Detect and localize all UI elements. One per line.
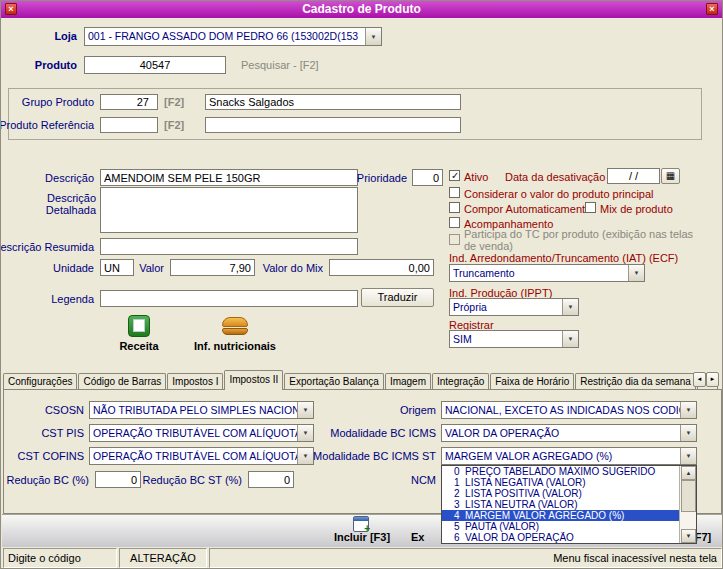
tab-codigo-de-barras[interactable]: Código de Barras	[78, 373, 166, 389]
scroll-up-icon[interactable]: ▲	[681, 466, 696, 480]
status-message: Digite o código	[3, 548, 117, 568]
tab-impostos-1[interactable]: Impostos I	[167, 373, 223, 389]
reducao-bc-st-input[interactable]	[248, 471, 294, 488]
dropdown-option-selected[interactable]: 4 MARGEM VALOR AGREGADO (%)	[442, 510, 681, 521]
tab-imagem[interactable]: Imagem	[385, 373, 431, 389]
scroll-down-icon[interactable]: ▼	[681, 529, 696, 543]
ippt-select[interactable]: Própria ▼	[449, 298, 579, 316]
descricao-resumida-input[interactable]	[100, 238, 358, 255]
registrar-value: SIM	[450, 331, 562, 347]
registrar-select[interactable]: SIM ▼	[449, 330, 579, 348]
calendar-icon: ▦	[666, 170, 675, 181]
chevron-down-icon[interactable]: ▼	[562, 331, 578, 347]
incluir-icon[interactable]: +	[353, 516, 369, 532]
cst-cofins-select[interactable]: OPERAÇÃO TRIBUTÁVEL COM ALÍQUOTA BÁSICA …	[89, 447, 314, 465]
legenda-input[interactable]	[100, 290, 358, 307]
produto-referencia-name-input[interactable]	[205, 117, 461, 133]
descricao-label: Descrição	[45, 172, 94, 184]
chevron-down-icon[interactable]: ▼	[297, 448, 313, 464]
dropdown-option[interactable]: 1 LISTA NEGATIVA (VALOR)	[442, 477, 681, 488]
traduzir-button[interactable]: Traduzir	[361, 288, 434, 307]
chevron-down-icon[interactable]: ▼	[297, 425, 313, 441]
dropdown-option[interactable]: 2 LISTA POSITIVA (VALOR)	[442, 488, 681, 499]
compor-checkbox[interactable]	[449, 202, 460, 213]
tab-scroll-buttons: ◄ ►	[693, 372, 719, 387]
grupo-produto-name-input[interactable]	[205, 94, 461, 110]
close-icon[interactable]: ×	[5, 3, 17, 15]
tab-faixa-de-horario[interactable]: Faixa de Horário	[490, 373, 574, 389]
valor-input[interactable]	[170, 259, 255, 276]
dropdown-option[interactable]: 3 LISTA NEUTRA (VALOR)	[442, 499, 681, 510]
produto-referencia-code-input[interactable]	[100, 117, 158, 133]
chevron-down-icon[interactable]: ▼	[680, 402, 696, 418]
receita-icon[interactable]	[128, 315, 150, 337]
tab-exportacao-balanca[interactable]: Exportação Balança	[284, 373, 384, 389]
loja-select[interactable]: 001 - FRANGO ASSADO DOM PEDRO 66 (153002…	[84, 27, 382, 46]
prioridade-input[interactable]	[412, 169, 443, 186]
grupo-produto-code-input[interactable]	[100, 94, 158, 110]
reducao-bc-st-label: Redução BC ST (%)	[143, 474, 242, 486]
csosn-select[interactable]: NÃO TRIBUTADA PELO SIMPLES NACIONAL ▼	[89, 401, 314, 419]
chevron-down-icon[interactable]: ▼	[562, 299, 578, 315]
chevron-down-icon[interactable]: ▼	[628, 265, 644, 281]
cst-cofins-value: OPERAÇÃO TRIBUTÁVEL COM ALÍQUOTA BÁSICA	[90, 448, 297, 464]
valor-mix-label: Valor do Mix	[263, 262, 323, 274]
iat-select[interactable]: Truncamento ▼	[449, 264, 645, 282]
tab-restricao-dia-da-semana[interactable]: Restrição dia da semana	[575, 373, 696, 389]
prioridade-label: Prioridade	[357, 172, 407, 184]
chevron-down-icon[interactable]: ▼	[297, 402, 313, 418]
pesquisar-hint: Pesquisar - [F2]	[241, 59, 319, 71]
mix-produto-label: Mix de produto	[600, 203, 673, 215]
receita-label: Receita	[113, 340, 165, 352]
excluir-button-partial[interactable]: Ex	[411, 531, 424, 543]
produto-input[interactable]	[84, 56, 226, 74]
cst-pis-label: CST PIS	[41, 427, 84, 439]
data-desativacao-input[interactable]	[607, 168, 660, 184]
reducao-bc-input[interactable]	[95, 471, 141, 488]
inf-nutricionais-icon[interactable]	[222, 317, 248, 336]
origem-select[interactable]: NACIONAL, EXCETO AS INDICADAS NOS CODIGO…	[441, 401, 697, 419]
scrollbar-thumb[interactable]	[681, 480, 696, 512]
calendar-button[interactable]: ▦	[661, 168, 680, 184]
close-button[interactable]: ×	[706, 3, 718, 15]
unidade-input[interactable]	[100, 259, 134, 276]
valor-mix-input[interactable]	[329, 259, 434, 276]
participa-tc-label: Participa do TC por produto (exibição na…	[464, 228, 707, 252]
chevron-down-icon[interactable]: ▼	[680, 425, 696, 441]
tab-configuracoes[interactable]: Configurações	[3, 373, 77, 389]
acompanhamento-checkbox[interactable]	[449, 217, 460, 228]
incluir-icon-titlebar	[354, 517, 368, 521]
chevron-down-icon[interactable]: ▼	[365, 28, 381, 45]
inf-icon-bottom	[222, 328, 248, 335]
csosn-label: CSOSN	[45, 404, 84, 416]
unidade-label: Unidade	[53, 262, 94, 274]
dropdown-option[interactable]: 5 PAUTA (VALOR)	[442, 521, 681, 532]
origem-value: NACIONAL, EXCETO AS INDICADAS NOS CODIGO…	[442, 402, 680, 418]
dropdown-option[interactable]: 6 VALOR DA OPERAÇÃO	[442, 532, 681, 543]
incluir-button[interactable]: Incluir [F3]	[331, 531, 393, 543]
modalidade-bc-icms-select[interactable]: VALOR DA OPERAÇÃO ▼	[441, 424, 697, 442]
tab-scroll-left-button[interactable]: ◄	[693, 372, 706, 387]
considerar-checkbox[interactable]	[449, 187, 460, 198]
tab-impostos-2[interactable]: Impostos II	[224, 370, 283, 390]
iat-value: Truncamento	[450, 265, 628, 281]
referencia-f2-tag: [F2]	[164, 119, 184, 131]
tab-integracao[interactable]: Integração	[432, 373, 489, 389]
mix-produto-checkbox[interactable]	[585, 202, 596, 213]
modalidade-bc-icms-st-select[interactable]: MARGEM VALOR AGREGADO (%) ▼	[441, 447, 697, 465]
descricao-input[interactable]	[100, 169, 358, 186]
reducao-bc-label: Redução BC (%)	[6, 474, 89, 486]
chevron-down-icon[interactable]: ▼	[680, 448, 696, 464]
cst-pis-select[interactable]: OPERAÇÃO TRIBUTÁVEL COM ALÍQUOTA BÁSICA …	[89, 424, 314, 442]
dropdown-scrollbar[interactable]: ▲ ▼	[679, 466, 696, 543]
ativo-label: Ativo	[464, 171, 488, 183]
tab-scroll-right-button[interactable]: ►	[706, 372, 719, 387]
status-fiscal-message: Menu fiscal inacessível nesta tela	[209, 548, 722, 568]
ativo-checkbox[interactable]: ✓	[449, 170, 460, 181]
legenda-label: Legenda	[51, 293, 94, 305]
modalidade-bc-icms-value: VALOR DA OPERAÇÃO	[442, 425, 680, 441]
descricao-detalhada-input[interactable]	[100, 187, 358, 233]
inf-nutricionais-label: Inf. nutricionais	[189, 340, 281, 352]
dropdown-option[interactable]: 0 PREÇO TABELADO MÁXIMO SUGERIDO	[442, 466, 681, 477]
iat-label: Ind. Arredondamento/Truncamento (IAT) (E…	[449, 252, 678, 264]
